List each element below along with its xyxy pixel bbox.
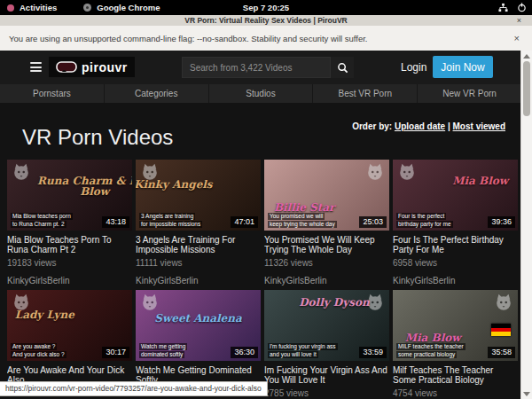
thumbnail-caption-line: birthday party for me — [396, 221, 453, 228]
site-logo[interactable]: pirouvr — [49, 57, 135, 77]
sort-upload-date-link[interactable]: Upload date — [395, 121, 445, 131]
duration-badge: 25:03 — [359, 216, 387, 228]
thumbnail-caption-line: Watch me getting — [139, 343, 187, 350]
duration-badge: 36:30 — [231, 347, 258, 358]
video-card[interactable]: Kinky Angels 3 Angels are training for i… — [136, 160, 261, 290]
browser-tab-title[interactable]: VR Porn: Virtual Reality Sex Videos | Pi… — [184, 16, 347, 25]
studio-cat-mask-logo-icon — [140, 293, 160, 312]
thumbnail-overlay-title: Runa Charm & Mia Blow — [32, 176, 132, 197]
video-thumbnail[interactable]: Mia Blow Four is the perfect birthday pa… — [393, 160, 518, 231]
order-by-control: Order by: Upload date | Most viewed — [352, 121, 505, 131]
warning-close-icon[interactable]: × — [514, 33, 520, 43]
thumbnail-overlay-title: Billie Star — [264, 202, 367, 213]
hamburger-menu-icon[interactable] — [30, 62, 42, 72]
thumbnail-captions: Are you awake ? And your dick also ? — [11, 343, 66, 358]
thumbnail-caption-line: to Runa Charm pt. 2 — [11, 221, 66, 228]
video-card[interactable]: Dolly Dyson I'm fucking your virgin ass … — [264, 290, 389, 399]
video-title-link[interactable]: 3 Angels Are Training For Impossible Mis… — [136, 235, 261, 254]
video-studio-link[interactable]: KinkyGirlsBerlin — [136, 276, 261, 286]
thumbnail-captions: I'm fucking your virgin ass and you will… — [268, 343, 338, 358]
thumbnail-caption-line: MILF teaches the teacher — [396, 343, 466, 350]
login-link[interactable]: Login — [401, 61, 426, 74]
video-title-link[interactable]: Im Fucking Your Virgin Ass And You Will … — [264, 365, 389, 385]
sandbox-warning-bar: You are using an unsupported command-lin… — [0, 26, 532, 51]
join-now-button[interactable]: Join Now — [433, 56, 493, 78]
tab-close-icon[interactable]: × — [517, 16, 521, 25]
thumbnail-caption-line: You promised we will — [268, 213, 325, 220]
thumbnail-caption-line: Four is the perfect — [396, 213, 446, 220]
thumbnail-captions: Four is the perfect birthday party for m… — [396, 213, 453, 228]
nav-item-best-vr-porn[interactable]: Best VR Porn — [313, 84, 418, 103]
order-by-label: Order by: — [352, 121, 392, 131]
video-thumbnail[interactable]: Dolly Dyson I'm fucking your virgin ass … — [264, 290, 389, 361]
thumbnail-caption-line: Mia Blow teaches porn — [11, 213, 73, 220]
thumbnail-caption-line: keep trying the whole day — [268, 221, 337, 228]
thumbnail-captions: You promised we will keep trying the who… — [268, 213, 337, 228]
video-title-link[interactable]: Four Is The Perfect Birthday Party For M… — [393, 235, 518, 254]
thumbnail-overlay-title: Mia Blow — [418, 176, 518, 186]
video-thumbnail[interactable]: Billie Star You promised we will keep tr… — [264, 160, 389, 231]
video-views: 2785 views — [264, 388, 389, 398]
video-card[interactable]: Mia Blow Four is the perfect birthday pa… — [393, 160, 518, 290]
thumbnail-caption-line: Are you awake ? — [11, 343, 57, 350]
video-thumbnail[interactable]: Runa Charm & Mia Blow Mia Blow teaches p… — [7, 160, 132, 231]
video-views: 4754 views — [393, 388, 518, 398]
studio-cat-mask-logo-icon — [397, 162, 417, 182]
nav-item-categories[interactable]: Categories — [105, 84, 209, 103]
video-views: 11111 views — [136, 258, 261, 268]
scrollbar-thumb[interactable] — [523, 61, 530, 116]
thumbnail-overlay-title: Dolly Dyson — [271, 297, 389, 308]
video-views: 6958 views — [393, 258, 518, 268]
main-nav: Pornstars Categories Studios Best VR Por… — [0, 84, 521, 103]
nav-item-studios[interactable]: Studios — [209, 84, 314, 103]
video-studio-link[interactable]: KinkyGirlsBerlin — [264, 276, 389, 286]
duration-badge: 35:58 — [488, 347, 515, 358]
thumbnail-captions: Watch me getting dominated softly — [139, 343, 187, 358]
thumbnail-caption-line: And your dick also ? — [11, 351, 66, 358]
page-title: VR Porn Videos — [22, 125, 173, 150]
video-title-link[interactable]: Milf Teaches The Teacher Some Practical … — [393, 365, 518, 385]
video-studio-link[interactable]: KinkyGirlsBerlin — [7, 276, 132, 286]
video-thumbnail[interactable]: Mia Blow MILF teaches the teacher some p… — [393, 290, 518, 361]
sort-most-viewed-link[interactable]: Most viewed — [453, 121, 505, 131]
nav-item-new-vr-porn[interactable]: New VR Porn — [418, 84, 521, 103]
status-bar-url: https://pirouvr.com/vr-porn-video/779325… — [0, 381, 268, 396]
video-grid: Runa Charm & Mia Blow Mia Blow teaches p… — [7, 160, 518, 399]
studio-cat-mask-logo-icon — [494, 293, 513, 312]
thumbnail-caption-line: for impossible missions — [139, 221, 202, 228]
video-card[interactable]: Runa Charm & Mia Blow Mia Blow teaches p… — [7, 160, 132, 290]
thumbnail-overlay-title: Mia Blow — [393, 332, 496, 343]
video-studio-link[interactable]: KinkyGirlsBerlin — [393, 276, 518, 286]
video-card[interactable]: Billie Star You promised we will keep tr… — [264, 160, 389, 290]
video-thumbnail[interactable]: Lady Lyne Are you awake ? And your dick … — [7, 290, 132, 361]
system-top-bar: Activities Google Chrome Sep 7 20:25 — [0, 0, 532, 15]
thumbnail-overlay-title: Lady Lyne — [7, 309, 107, 320]
video-title-link[interactable]: You Promised We Will Keep Trying The Who… — [264, 235, 389, 254]
thumbnail-caption-line: I'm fucking your virgin ass — [268, 343, 338, 350]
warning-text: You are using an unsupported command-lin… — [0, 34, 368, 43]
nav-item-pornstars[interactable]: Pornstars — [0, 84, 105, 103]
thumbnail-caption-line: some practical biology — [396, 351, 457, 358]
duration-badge: 33:59 — [359, 347, 387, 358]
thumbnail-overlay-title: Kinky Angels — [136, 179, 236, 190]
clock[interactable]: Sep 7 20:25 — [0, 3, 532, 12]
power-icon[interactable] — [517, 3, 527, 12]
site-header: pirouvr Login Join Now — [0, 51, 521, 84]
video-thumbnail[interactable]: Kinky Angels 3 Angels are training for i… — [136, 160, 261, 231]
video-views: 19183 views — [7, 258, 132, 268]
scroll-up-arrow-icon[interactable] — [523, 52, 530, 59]
video-card[interactable]: Mia Blow MILF teaches the teacher some p… — [393, 290, 518, 399]
search-input[interactable] — [182, 57, 331, 78]
network-icon[interactable] — [498, 3, 508, 12]
search-button[interactable] — [331, 57, 354, 78]
browser-tab-strip: VR Porn: Virtual Reality Sex Videos | Pi… — [0, 15, 532, 26]
duration-badge: 47:01 — [231, 216, 258, 228]
vr-goggles-icon — [56, 61, 77, 73]
thumbnail-caption-line: dominated softly — [139, 351, 184, 358]
video-thumbnail[interactable]: Sweet Analena Watch me getting dominated… — [136, 290, 261, 361]
duration-badge: 30:17 — [102, 347, 129, 358]
browser-viewport: pirouvr Login Join Now Pornstars Categor… — [0, 51, 521, 399]
scroll-down-arrow-icon[interactable] — [523, 390, 530, 397]
page-scrollbar[interactable] — [520, 51, 532, 399]
video-title-link[interactable]: Mia Blow Teaches Porn To Runa Charm Pt 2 — [7, 235, 132, 254]
